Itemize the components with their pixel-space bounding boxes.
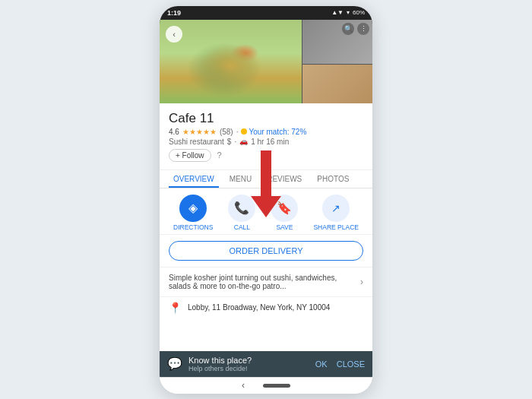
follow-label: + Follow xyxy=(176,151,204,160)
status-bar: 1:19 ▲▼ ▾ 60% xyxy=(160,6,372,20)
share-label: SHARE PLACE xyxy=(313,223,359,231)
address-text: Lobby, 11 Broadway, New York, NY 10004 xyxy=(188,303,330,312)
wifi-icon: ▾ xyxy=(347,9,350,16)
call-label: CALL xyxy=(234,223,250,231)
order-delivery-section: ORDER DELIVERY xyxy=(160,235,372,268)
photo-main: ‹ xyxy=(160,20,302,103)
meta-separator: · xyxy=(234,138,236,146)
category: Sushi restaurant xyxy=(169,138,224,146)
description-section[interactable]: Simple kosher joint turning out sushi, s… xyxy=(160,268,372,297)
match-dot-icon xyxy=(241,128,247,135)
tab-overview[interactable]: OVERVIEW xyxy=(169,170,219,188)
address-section: 📍 Lobby, 11 Broadway, New York, NY 10004 xyxy=(160,297,372,318)
banner-subtitle: Help others decide! xyxy=(188,365,306,372)
chevron-right-icon: › xyxy=(360,277,363,287)
photos-section: ‹ 🔍 ⋮ xyxy=(160,20,372,103)
battery-icon: 60% xyxy=(353,9,365,16)
drive-time: 1 hr 16 min xyxy=(251,138,289,146)
nav-bar: ‹ xyxy=(160,377,372,394)
call-button[interactable]: 📞 CALL xyxy=(228,195,255,231)
save-icon: 🔖 xyxy=(271,195,298,222)
tab-reviews[interactable]: REVIEWS xyxy=(262,170,306,188)
match-label: Your match: 72% xyxy=(249,128,306,136)
stars: ★★★★★ xyxy=(182,128,217,136)
tabs: OVERVIEW MENU REVIEWS PHOTOS xyxy=(160,170,372,188)
nav-pill xyxy=(263,384,290,388)
chat-icon: 💬 xyxy=(167,356,182,371)
search-icon[interactable]: 🔍 xyxy=(342,23,354,35)
save-button[interactable]: 🔖 SAVE xyxy=(271,195,298,231)
action-row: ◈ DIRECTIONS 📞 CALL 🔖 SAVE ↗ SHARE PLACE xyxy=(160,188,372,235)
place-meta: Sushi restaurant $ · 🚗 1 hr 16 min xyxy=(169,138,363,146)
content: Cafe 11 4.6 ★★★★★ (58) · Your match: 72%… xyxy=(160,103,372,351)
description-text: Simple kosher joint turning out sushi, s… xyxy=(169,274,360,290)
nav-back-icon[interactable]: ‹ xyxy=(242,380,245,391)
place-info: Cafe 11 4.6 ★★★★★ (58) · Your match: 72%… xyxy=(160,103,372,170)
review-count: (58) xyxy=(220,128,233,136)
signal-icon: ▲▼ xyxy=(331,9,344,16)
match-badge: Your match: 72% xyxy=(241,128,306,136)
rating-row: 4.6 ★★★★★ (58) · Your match: 72% xyxy=(169,128,363,136)
order-delivery-button[interactable]: ORDER DELIVERY xyxy=(169,241,363,261)
phone-frame: 1:19 ▲▼ ▾ 60% ‹ 🔍 ⋮ Cafe 11 xyxy=(160,6,372,394)
call-icon: 📞 xyxy=(228,195,255,222)
follow-button[interactable]: + Follow xyxy=(169,149,211,162)
place-name: Cafe 11 xyxy=(169,111,363,126)
price: $ xyxy=(227,138,232,146)
photo-side-top: 🔍 ⋮ xyxy=(302,20,372,65)
banner-ok-button[interactable]: OK xyxy=(312,359,331,369)
photo-side-icons: 🔍 ⋮ xyxy=(342,23,369,35)
follow-row: + Follow ? xyxy=(169,149,363,162)
banner-title: Know this place? xyxy=(188,356,306,365)
order-delivery-label: ORDER DELIVERY xyxy=(230,246,303,255)
bottom-banner: 💬 Know this place? Help others decide! O… xyxy=(160,351,372,377)
directions-icon: ◈ xyxy=(179,195,207,222)
directions-label: DIRECTIONS xyxy=(173,223,213,231)
help-icon[interactable]: ? xyxy=(217,150,222,160)
dot-separator: · xyxy=(236,128,239,136)
status-time: 1:19 xyxy=(167,9,181,17)
photo-side-bottom xyxy=(302,64,372,103)
share-button[interactable]: ↗ SHARE PLACE xyxy=(313,195,359,231)
pin-icon: 📍 xyxy=(169,302,182,314)
drive-icon: 🚗 xyxy=(239,138,248,145)
photo-side: 🔍 ⋮ xyxy=(302,20,372,103)
banner-close-button[interactable]: CLOSE xyxy=(337,359,365,369)
banner-text-group: Know this place? Help others decide! xyxy=(188,356,306,372)
save-label: SAVE xyxy=(276,223,293,231)
share-icon: ↗ xyxy=(322,195,350,222)
directions-button[interactable]: ◈ DIRECTIONS xyxy=(173,195,213,231)
tab-photos[interactable]: PHOTOS xyxy=(312,170,353,188)
more-icon[interactable]: ⋮ xyxy=(357,23,369,35)
rating-number: 4.6 xyxy=(169,128,179,136)
back-button[interactable]: ‹ xyxy=(166,26,182,43)
tab-menu[interactable]: MENU xyxy=(225,170,256,188)
status-icons: ▲▼ ▾ 60% xyxy=(331,9,365,16)
